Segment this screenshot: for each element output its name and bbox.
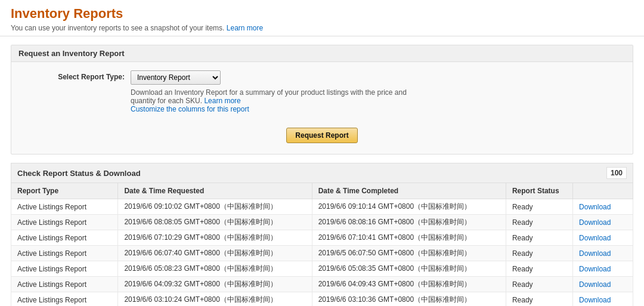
col-header-report-type: Report Type: [11, 183, 118, 199]
cell-status: Ready: [506, 230, 572, 246]
download-link[interactable]: Download: [579, 218, 611, 227]
table-body: Active Listings Report2019/6/6 09:10:02 …: [11, 199, 633, 307]
col-header-status: Report Status: [506, 183, 572, 199]
cell-date-requested: 2019/6/6 09:10:02 GMT+0800（中国标准时间）: [118, 199, 312, 215]
col-header-date-requested: Date & Time Requested: [118, 183, 312, 199]
cell-date-requested: 2019/6/6 05:08:23 GMT+0800（中国标准时间）: [118, 261, 312, 277]
table-row: Active Listings Report2019/6/6 05:08:23 …: [11, 261, 633, 277]
description-learn-more-link[interactable]: Learn more: [204, 97, 240, 105]
cell-date-requested: 2019/6/6 08:08:05 GMT+0800（中国标准时间）: [118, 215, 312, 230]
report-form: Select Report Type: Inventory Report Act…: [11, 62, 633, 154]
cell-report-type: Active Listings Report: [11, 246, 118, 261]
cell-date-completed: 2019/6/6 03:10:36 GMT+0800（中国标准时间）: [312, 292, 506, 307]
cell-report-type: Active Listings Report: [11, 199, 118, 215]
page-header: Inventory Reports You can use your inven…: [0, 0, 644, 36]
cell-date-requested: 2019/6/6 06:07:40 GMT+0800（中国标准时间）: [118, 246, 312, 261]
cell-report-type: Active Listings Report: [11, 261, 118, 277]
cell-status: Ready: [506, 261, 572, 277]
cell-date-requested: 2019/6/6 03:10:24 GMT+0800（中国标准时间）: [118, 292, 312, 307]
download-link[interactable]: Download: [579, 280, 611, 289]
learn-more-link[interactable]: Learn more: [227, 24, 263, 32]
report-type-control: Inventory Report Active Listings Report …: [131, 70, 429, 113]
download-link[interactable]: Download: [579, 249, 611, 258]
col-header-action: [573, 183, 633, 199]
customize-columns-link[interactable]: Customize the columns for this report: [131, 105, 249, 113]
request-report-button[interactable]: Request Report: [286, 128, 357, 143]
pagination-box: 100: [606, 167, 627, 179]
cell-status: Ready: [506, 215, 572, 230]
report-description: Download an Inventory Report for a summa…: [131, 88, 429, 113]
download-link[interactable]: Download: [579, 203, 611, 211]
cell-action: Download: [573, 246, 633, 261]
status-section: Check Report Status & Download 100 Repor…: [11, 163, 633, 306]
cell-date-completed: 2019/6/5 06:07:50 GMT+0800（中国标准时间）: [312, 246, 506, 261]
cell-date-completed: 2019/6/6 09:10:14 GMT+0800（中国标准时间）: [312, 199, 506, 215]
request-section-title: Request an Inventory Report: [11, 45, 633, 62]
request-section: Request an Inventory Report Select Repor…: [11, 45, 633, 154]
page-title: Inventory Reports: [11, 6, 633, 21]
col-header-date-completed: Date & Time Completed: [312, 183, 506, 199]
report-table: Report Type Date & Time Requested Date &…: [11, 183, 633, 306]
cell-report-type: Active Listings Report: [11, 215, 118, 230]
table-header-row: Report Type Date & Time Requested Date &…: [11, 183, 633, 199]
cell-action: Download: [573, 292, 633, 307]
cell-action: Download: [573, 261, 633, 277]
cell-report-type: Active Listings Report: [11, 292, 118, 307]
cell-date-completed: 2019/6/6 08:08:16 GMT+0800（中国标准时间）: [312, 215, 506, 230]
cell-report-type: Active Listings Report: [11, 230, 118, 246]
cell-action: Download: [573, 199, 633, 215]
cell-action: Download: [573, 230, 633, 246]
cell-report-type: Active Listings Report: [11, 277, 118, 292]
report-type-row: Select Report Type: Inventory Report Act…: [23, 70, 621, 113]
cell-status: Ready: [506, 199, 572, 215]
cell-date-completed: 2019/6/6 07:10:41 GMT+0800（中国标准时间）: [312, 230, 506, 246]
table-row: Active Listings Report2019/6/6 06:07:40 …: [11, 246, 633, 261]
cell-status: Ready: [506, 246, 572, 261]
table-row: Active Listings Report2019/6/6 07:10:29 …: [11, 230, 633, 246]
table-row: Active Listings Report2019/6/6 09:10:02 …: [11, 199, 633, 215]
cell-date-requested: 2019/6/6 07:10:29 GMT+0800（中国标准时间）: [118, 230, 312, 246]
page-subtitle: You can use your inventory reports to se…: [11, 24, 633, 32]
cell-date-completed: 2019/6/6 05:08:35 GMT+0800（中国标准时间）: [312, 261, 506, 277]
cell-status: Ready: [506, 292, 572, 307]
table-row: Active Listings Report2019/6/6 08:08:05 …: [11, 215, 633, 230]
download-link[interactable]: Download: [579, 265, 611, 273]
table-row: Active Listings Report2019/6/6 04:09:32 …: [11, 277, 633, 292]
status-section-title: Check Report Status & Download: [17, 169, 141, 178]
status-header-bar: Check Report Status & Download 100: [11, 163, 633, 183]
cell-action: Download: [573, 215, 633, 230]
cell-date-requested: 2019/6/6 04:09:32 GMT+0800（中国标准时间）: [118, 277, 312, 292]
table-row: Active Listings Report2019/6/6 03:10:24 …: [11, 292, 633, 307]
report-type-select[interactable]: Inventory Report Active Listings Report …: [131, 70, 221, 85]
cell-date-completed: 2019/6/6 04:09:43 GMT+0800（中国标准时间）: [312, 277, 506, 292]
report-type-label: Select Report Type:: [23, 70, 131, 81]
download-link[interactable]: Download: [579, 296, 611, 304]
download-link[interactable]: Download: [579, 234, 611, 242]
cell-action: Download: [573, 277, 633, 292]
report-type-select-wrapper[interactable]: Inventory Report Active Listings Report …: [131, 70, 429, 85]
cell-status: Ready: [506, 277, 572, 292]
